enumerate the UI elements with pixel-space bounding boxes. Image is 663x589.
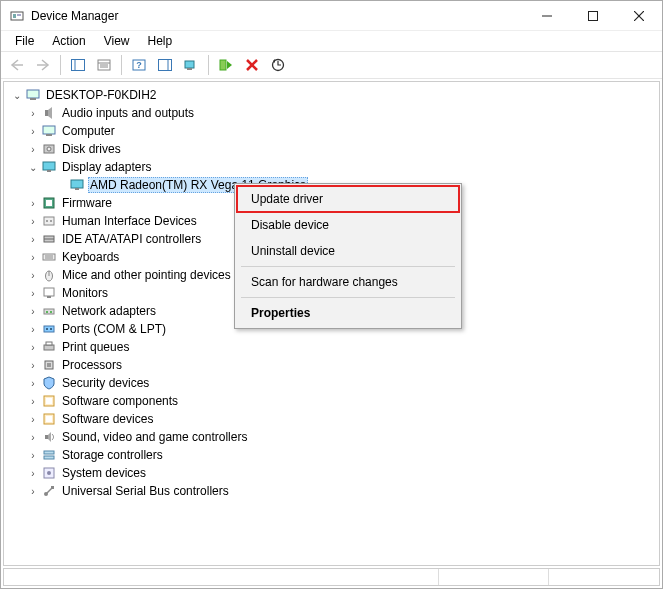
- tree-category-label: Software components: [60, 393, 180, 409]
- ctx-uninstall-device[interactable]: Uninstall device: [237, 238, 459, 264]
- speaker-icon: [41, 105, 57, 121]
- svg-rect-71: [51, 486, 54, 489]
- tree-category-label: Computer: [60, 123, 117, 139]
- menu-file[interactable]: File: [7, 32, 42, 50]
- tree-category[interactable]: ›Disk drives: [4, 140, 659, 158]
- ctx-disable-device[interactable]: Disable device: [237, 212, 459, 238]
- properties-button[interactable]: [92, 54, 116, 76]
- svg-rect-43: [43, 254, 55, 260]
- expand-icon[interactable]: ›: [26, 144, 40, 155]
- disk-icon: [41, 141, 57, 157]
- firmware-icon: [41, 195, 57, 211]
- expand-icon[interactable]: ›: [26, 126, 40, 137]
- show-hide-console-button[interactable]: [66, 54, 90, 76]
- svg-rect-49: [47, 296, 51, 298]
- expand-icon[interactable]: ›: [26, 252, 40, 263]
- expand-icon[interactable]: ›: [26, 324, 40, 335]
- expand-icon[interactable]: ›: [26, 108, 40, 119]
- ctx-properties[interactable]: Properties: [237, 300, 459, 326]
- sound-icon: [41, 429, 57, 445]
- svg-rect-2: [17, 14, 21, 16]
- ctx-update-driver[interactable]: Update driver: [237, 186, 459, 212]
- svg-rect-35: [75, 188, 79, 190]
- close-button[interactable]: [616, 1, 662, 31]
- tree-category-label: Keyboards: [60, 249, 121, 265]
- expand-icon[interactable]: ›: [26, 270, 40, 281]
- forward-button[interactable]: [31, 54, 55, 76]
- hid-icon: [41, 213, 57, 229]
- expand-icon[interactable]: ›: [26, 486, 40, 497]
- tree-category[interactable]: ›Audio inputs and outputs: [4, 104, 659, 122]
- tree-category[interactable]: ›Processors: [4, 356, 659, 374]
- network-icon: [41, 303, 57, 319]
- statusbar: [3, 568, 660, 586]
- menu-view[interactable]: View: [96, 32, 138, 50]
- menu-help[interactable]: Help: [140, 32, 181, 50]
- tree-category[interactable]: ›Storage controllers: [4, 446, 659, 464]
- svg-rect-4: [589, 11, 598, 20]
- usb-icon: [41, 483, 57, 499]
- tree-category[interactable]: ›System devices: [4, 464, 659, 482]
- svg-rect-34: [71, 180, 83, 188]
- scan-hardware-button[interactable]: [179, 54, 203, 76]
- tree-category[interactable]: ⌄Display adapters: [4, 158, 659, 176]
- svg-point-31: [47, 147, 51, 151]
- expand-icon[interactable]: ›: [26, 342, 40, 353]
- expand-icon[interactable]: ›: [26, 306, 40, 317]
- tree-category[interactable]: ›Computer: [4, 122, 659, 140]
- update-driver-button[interactable]: [266, 54, 290, 76]
- expand-icon[interactable]: ›: [26, 234, 40, 245]
- menu-action[interactable]: Action: [44, 32, 93, 50]
- svg-rect-50: [44, 309, 54, 314]
- ctx-separator: [241, 297, 455, 298]
- printer-icon: [41, 339, 57, 355]
- action-pane-button[interactable]: [153, 54, 177, 76]
- tree-category-label: Audio inputs and outputs: [60, 105, 196, 121]
- tree-category[interactable]: ›Software components: [4, 392, 659, 410]
- expand-icon[interactable]: ›: [26, 378, 40, 389]
- help-button[interactable]: ?: [127, 54, 151, 76]
- toolbar-separator: [208, 55, 209, 75]
- tree-category-label: Firmware: [60, 195, 114, 211]
- svg-point-55: [50, 328, 52, 330]
- maximize-button[interactable]: [570, 1, 616, 31]
- svg-rect-56: [44, 345, 54, 350]
- svg-rect-57: [46, 342, 52, 345]
- tree-category-label: Print queues: [60, 339, 131, 355]
- tree-category[interactable]: ›Security devices: [4, 374, 659, 392]
- svg-rect-25: [27, 90, 39, 98]
- security-icon: [41, 375, 57, 391]
- enable-device-button[interactable]: [214, 54, 238, 76]
- svg-rect-28: [43, 126, 55, 134]
- expand-icon[interactable]: ›: [26, 288, 40, 299]
- tree-category-label: Software devices: [60, 411, 155, 427]
- tree-category[interactable]: ›Software devices: [4, 410, 659, 428]
- expand-icon[interactable]: ›: [26, 450, 40, 461]
- ctx-scan-hardware[interactable]: Scan for hardware changes: [237, 269, 459, 295]
- expand-icon[interactable]: ›: [26, 216, 40, 227]
- tree-root[interactable]: ⌄ DESKTOP-F0KDIH2: [4, 86, 659, 104]
- collapse-icon[interactable]: ⌄: [10, 90, 24, 101]
- expand-icon[interactable]: ›: [26, 198, 40, 209]
- tree-root-label: DESKTOP-F0KDIH2: [44, 87, 158, 103]
- collapse-icon[interactable]: ⌄: [26, 162, 40, 173]
- expand-icon[interactable]: ›: [26, 432, 40, 443]
- svg-rect-53: [44, 326, 54, 332]
- tree-category-label: Processors: [60, 357, 124, 373]
- expand-icon[interactable]: ›: [26, 360, 40, 371]
- back-button[interactable]: [5, 54, 29, 76]
- expand-icon[interactable]: ›: [26, 468, 40, 479]
- display-icon: [41, 159, 57, 175]
- tree-category[interactable]: ›Sound, video and game controllers: [4, 428, 659, 446]
- expand-icon[interactable]: ›: [26, 396, 40, 407]
- toolbar-separator: [121, 55, 122, 75]
- tree-category[interactable]: ›Print queues: [4, 338, 659, 356]
- disable-device-button[interactable]: [240, 54, 264, 76]
- tree-category-label: Sound, video and game controllers: [60, 429, 249, 445]
- minimize-button[interactable]: [524, 1, 570, 31]
- tree-category[interactable]: ›Universal Serial Bus controllers: [4, 482, 659, 500]
- expand-icon[interactable]: ›: [26, 414, 40, 425]
- tree-category-label: IDE ATA/ATAPI controllers: [60, 231, 203, 247]
- status-cell: [439, 569, 549, 585]
- tree-category-label: Display adapters: [60, 159, 153, 175]
